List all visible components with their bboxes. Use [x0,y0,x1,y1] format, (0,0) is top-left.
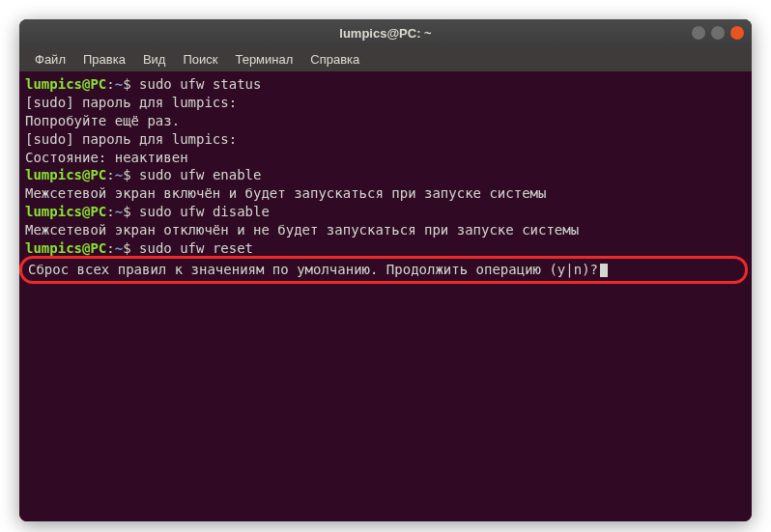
menu-terminal[interactable]: Терминал [227,49,300,70]
prompt-sep: : [106,76,114,92]
prompt-user: lumpics@PC [25,167,106,182]
menu-view[interactable]: Вид [135,49,174,70]
prompt-sep: : [106,204,114,219]
command-text: sudo ufw reset [139,240,253,256]
terminal-line: lumpics@PC:~$ sudo ufw status [25,75,746,94]
prompt-dollar: $ [123,76,139,92]
terminal-line: Попробуйте ещё раз. [25,112,746,130]
terminal-line: lumpics@PC:~$ sudo ufw disable [25,203,746,221]
menu-help[interactable]: Справка [302,49,367,70]
terminal-line: Состояние: неактивен [25,149,746,167]
prompt-path: ~ [115,76,123,92]
command-text: sudo ufw enable [139,167,261,182]
menu-edit[interactable]: Правка [75,49,133,70]
menubar: Файл Правка Вид Поиск Терминал Справка [19,46,752,71]
prompt-path: ~ [115,167,123,182]
prompt-user: lumpics@PC [25,204,106,219]
window-controls [692,26,744,40]
prompt-path: ~ [115,204,123,219]
prompt-dollar: $ [123,204,139,219]
terminal-line: Межсетевой экран отключён и не будет зап… [25,221,746,239]
window-title: lumpics@PC: ~ [339,26,431,41]
titlebar: lumpics@PC: ~ [19,19,752,46]
terminal-line: Межсетевой экран включён и будет запуска… [25,184,746,203]
prompt-dollar: $ [123,240,139,256]
close-button[interactable] [730,26,744,40]
terminal-window: lumpics@PC: ~ Файл Правка Вид Поиск Терм… [19,19,752,521]
maximize-button[interactable] [711,26,725,40]
prompt-sep: : [106,167,114,182]
prompt-user: lumpics@PC [25,240,106,256]
command-text: sudo ufw status [139,76,261,92]
menu-file[interactable]: Файл [27,49,73,70]
terminal-line: [sudo] пароль для lumpics: [25,94,746,112]
prompt-user: lumpics@PC [25,76,106,92]
prompt-sep: : [106,240,114,256]
prompt-path: ~ [115,240,123,256]
terminal-line: lumpics@PC:~$ sudo ufw enable [25,166,746,184]
terminal-body[interactable]: lumpics@PC:~$ sudo ufw status [sudo] пар… [19,71,752,521]
terminal-line: [sudo] пароль для lumpics: [25,130,746,149]
highlighted-prompt-box: Сброс всех правил к значениям по умолчан… [19,256,748,284]
minimize-button[interactable] [692,26,705,40]
menu-search[interactable]: Поиск [175,49,225,70]
prompt-dollar: $ [123,167,139,182]
reset-confirm-prompt: Сброс всех правил к значениям по умолчан… [28,262,598,277]
command-text: sudo ufw disable [139,204,270,219]
cursor-icon [600,264,608,277]
